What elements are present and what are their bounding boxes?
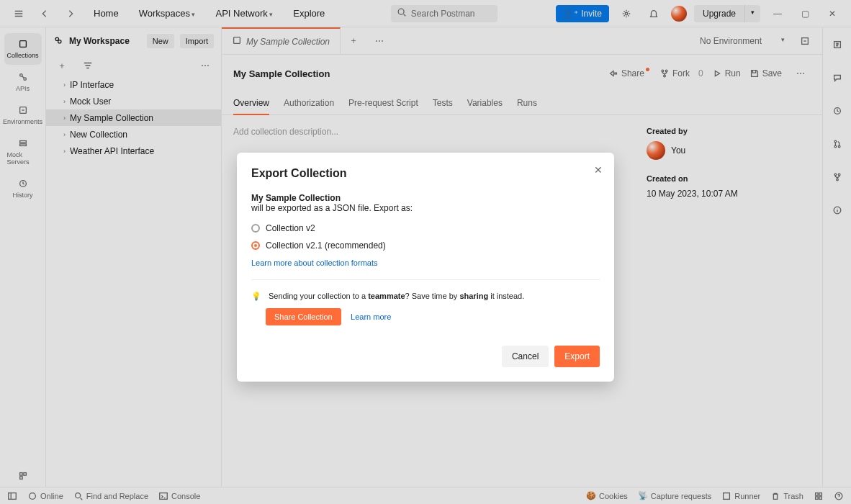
radio-icon (251, 241, 260, 250)
share-collection-button[interactable]: Share Collection (266, 308, 341, 325)
modal-title: Export Collection (251, 167, 600, 180)
radio-label: Collection v2.1 (recommended) (266, 240, 386, 251)
export-collection-modal: ✕ Export Collection My Sample Collection… (237, 153, 614, 382)
radio-option-v21[interactable]: Collection v2.1 (recommended) (251, 240, 600, 251)
close-icon[interactable]: ✕ (594, 164, 603, 176)
learn-formats-link[interactable]: Learn more about collection formats (251, 258, 377, 267)
export-button[interactable]: Export ↖ (554, 346, 600, 367)
modal-subtitle: will be exported as a JSON file. Export … (251, 203, 600, 213)
tip-bold: sharing (459, 292, 488, 300)
learn-more-link[interactable]: Learn more (351, 312, 391, 321)
tip-text: ? Save time by (405, 292, 460, 300)
cursor-icon: ↖ (567, 367, 575, 378)
separator (251, 279, 600, 280)
radio-icon (251, 224, 260, 233)
tip-bold: teammate (368, 292, 405, 300)
tip-text: Sending your collection to a (269, 292, 368, 300)
modal-overlay[interactable]: ✕ Export Collection My Sample Collection… (0, 0, 851, 504)
cancel-button[interactable]: Cancel (502, 346, 549, 367)
radio-label: Collection v2 (266, 223, 315, 233)
export-label: Export (564, 351, 590, 361)
radio-option-v2[interactable]: Collection v2 (251, 223, 600, 233)
modal-collection-name: My Sample Collection (251, 193, 600, 203)
share-tip: 💡 Sending your collection to a teammate?… (251, 292, 600, 301)
tip-text: it instead. (488, 292, 524, 300)
bulb-icon: 💡 (251, 292, 261, 301)
